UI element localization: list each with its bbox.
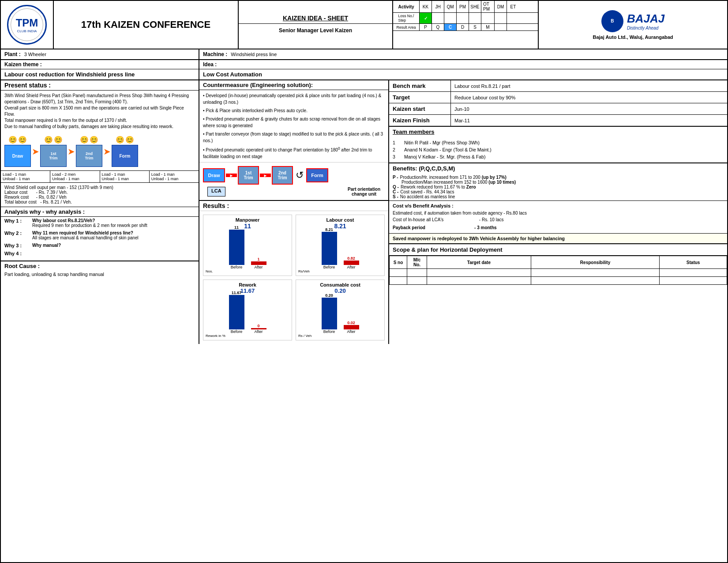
col-she: SHE	[469, 1, 481, 12]
scope-header: Scope & plan for Horizontal Deployment	[389, 244, 727, 256]
why-why-header: Analysis why - why analysis :	[1, 207, 199, 217]
plant-value: 3 Wheeler	[24, 52, 46, 57]
scope-row-2	[390, 277, 727, 285]
benefit-p: P - Production/Hr. increased from 171 to…	[393, 175, 724, 180]
kaizen-theme-label: Kaizen theme :	[4, 61, 42, 68]
target-label: Target	[389, 92, 451, 103]
plant-label: Plant :	[4, 51, 21, 57]
saved-text: Saved manpower is redeployed to 3Wh Vehi…	[393, 236, 724, 241]
cost-benefit-header: Cost v/s Benefit Analysis :	[393, 203, 724, 208]
bajaj-tagline: Distinctly Ahead	[627, 26, 664, 30]
idea-label: Idea :	[203, 61, 217, 68]
benefit-c: C - Cost saved - Rs. 44.34 lacs	[393, 189, 724, 194]
loss-no-label: Loss No./Step	[393, 13, 420, 23]
bajaj-brand: BAJAJ	[627, 12, 664, 26]
team-member-1: 1 Nitin R Patil - Mgr (Press Shop 3Wh)	[393, 139, 724, 146]
bench-mark-value: Labour cost Rs.8.21 / part	[451, 81, 514, 91]
manpower-before-val: 11	[206, 223, 289, 230]
tpm-logo-section: TPM CLUB INDIA	[1, 1, 54, 49]
charts-row-2: Rework 11.67 11.67 Before 0 Afte	[199, 280, 388, 344]
stats-section: Wind Shield cell ouput per man - 152 (13…	[1, 183, 199, 207]
root-cause-value: Part loading, unloading & scrap handling…	[1, 270, 199, 280]
kaizen-title-section: KAIZEN IDEA - SHEET Senior Manager Level…	[239, 1, 393, 49]
why-1: Why 1 : Why labour cost Rs.8.21/Veh? Req…	[1, 217, 199, 229]
kaizen-theme-value: Labour cost reduction for Windshield pre…	[4, 71, 135, 78]
conference-title: 17th KAIZEN CONFERENCE	[54, 1, 239, 49]
team-members-section: Team members 1 Nitin R Patil - Mgr (Pres…	[389, 127, 727, 163]
kaizen-finish-row: Kaizen Finish Mar-11	[389, 115, 727, 127]
activity-grid: Activity KK JH QM PM SHE OT PM DM ET Los…	[393, 1, 539, 49]
labour-cost-title: Labour cost	[298, 217, 382, 223]
bajaj-logo-section: B BAJAJ Distinctly Ahead Bajaj Auto Ltd.…	[539, 1, 727, 49]
load-unload-row: Load - 1 manUnload - 1 man Load - 2 menU…	[1, 170, 199, 183]
col-qm: QM	[444, 1, 457, 12]
kaizen-start-row: Kaizen start Jun-10	[389, 103, 727, 115]
result-area-label: Result Area	[393, 24, 420, 30]
benefit-p2: Production/Man increased form 152 to 160…	[393, 180, 724, 185]
charts-row-1: Manpower 11 11 Before 1 After	[199, 211, 388, 280]
rework-chart: Rework 11.67 11.67 Before 0 Afte	[203, 280, 292, 340]
scope-section: Scope & plan for Horizontal Deployment S…	[389, 244, 727, 285]
plant-machine-row: Plant : 3 Wheeler Machine : Windshield p…	[1, 49, 727, 60]
theme-idea-labels: Kaizen theme : Idea :	[1, 60, 727, 69]
col-et: ET	[507, 1, 519, 12]
why-4: Why 4 :	[1, 249, 199, 261]
countermeasure-header: Countermeasure (Engineering solution):	[199, 80, 388, 90]
target-value: Reduce Labour cost by 90%	[451, 93, 519, 102]
labour-before-val: 8.21	[298, 223, 382, 230]
scope-col-sno: S no	[390, 256, 407, 269]
scope-row-1	[390, 269, 727, 277]
lca-label: LCA	[207, 187, 225, 196]
manpower-chart: Manpower 11 11 Before 1 After	[203, 215, 292, 276]
kaizen-start-value: Jun-10	[451, 104, 473, 114]
kaizen-title: KAIZEN IDEA - SHEET	[239, 13, 392, 24]
cost-benefit-section: Cost v/s Benefit Analysis : Estimated co…	[389, 201, 727, 234]
activity-label: Activity	[393, 1, 420, 12]
scope-col-mc: M/cNo.	[407, 256, 427, 269]
col-dm: DM	[495, 1, 507, 12]
labour-cost-chart: Labour cost 8.21 8.21 Before 0.82	[296, 215, 385, 276]
col-jh: JH	[432, 1, 444, 12]
bajaj-icon: B	[601, 10, 623, 32]
scope-col-target-date: Target date	[427, 256, 531, 269]
benefit-q: Q - Rework reduced form 11.67 % to Zero	[393, 185, 724, 189]
target-row: Target Reduce Labour cost by 90%	[389, 92, 727, 103]
saved-section: Saved manpower is redeployed to 3Wh Vehi…	[389, 234, 727, 244]
benefit-s: S - No accident as manless line	[393, 194, 724, 199]
scope-col-responsibility: Responsibility	[531, 256, 660, 269]
col-otpm: OT PM	[481, 1, 495, 12]
benefits-section: Benefits: (P,Q,C,D,S,M) P - Production/H…	[389, 163, 727, 201]
team-member-2: 2 Anand N Kodam - Engr (Tool & Die Maint…	[393, 146, 724, 153]
kaizen-finish-value: Mar-11	[451, 116, 473, 125]
scope-table: S no M/cNo. Target date Responsibility S…	[389, 256, 727, 285]
rework-title: Rework	[206, 282, 289, 287]
col-kk: KK	[420, 1, 432, 12]
benefits-header: Benefits: (P,Q,C,D,S,M)	[389, 163, 727, 174]
bench-mark-row: Bench mark Labour cost Rs.8.21 / part	[389, 80, 727, 92]
results-header: Results :	[199, 201, 388, 211]
manpower-title: Manpower	[206, 217, 289, 223]
root-cause-section: Root Cause : Part loading, unloading & s…	[1, 261, 199, 280]
orientation-label: Part orientationchange unit	[348, 187, 380, 196]
scope-col-status: Status	[660, 256, 727, 269]
rework-before-val: 11.67	[206, 287, 289, 294]
countermeasure-content: • Developed (in-house) pneumatically ope…	[199, 90, 388, 162]
theme-idea-values: Labour cost reduction for Windshield pre…	[1, 69, 727, 80]
why-2: Why 2 : Why 11 men required for Windshie…	[1, 229, 199, 242]
kaizen-finish-label: Kaizen Finish	[389, 115, 451, 126]
consumable-title: Consumable cost	[298, 282, 382, 287]
machine-label: Machine :	[203, 51, 227, 57]
loss-check: ✓	[420, 13, 432, 23]
col-pm: PM	[457, 1, 469, 12]
present-status-header: Present status :	[1, 80, 199, 91]
kaizen-start-label: Kaizen start	[389, 103, 451, 114]
results-section: Results : Manpower 11 11 Before	[199, 200, 388, 344]
kaizen-subtitle: Senior Manager Level Kaizen	[239, 24, 392, 37]
after-process-flow: Draw ► 1stTrim ► 2ndTrim	[199, 162, 388, 200]
bench-mark-label: Bench mark	[389, 80, 451, 91]
team-member-3: 3 Manoj V Kelkar - Sr. Mgr. (Press & Fab…	[393, 153, 724, 160]
idea-value: Low Cost Automation	[203, 71, 262, 78]
team-members-header: Team members	[389, 127, 727, 137]
consumable-chart: Consumable cost 0.20 0.20 Before 0.02	[296, 280, 385, 340]
why-3: Why 3 : Why manual?	[1, 242, 199, 249]
